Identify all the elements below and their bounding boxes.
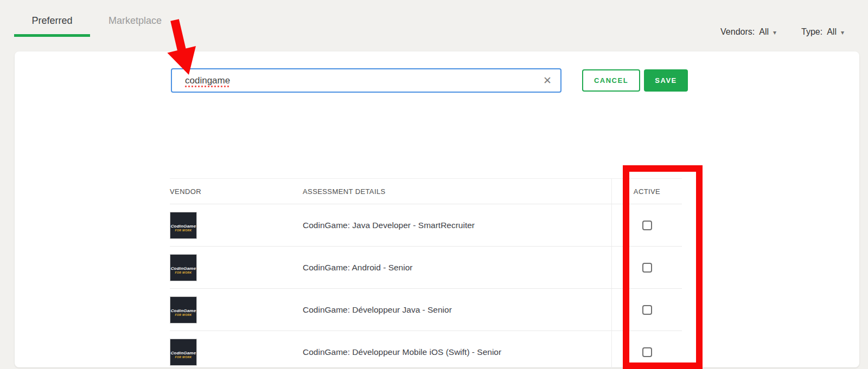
logo-text: CodinGame: [171, 224, 196, 229]
vendors-filter-value: All: [759, 27, 769, 37]
logo-subtext: FOR WORK: [175, 271, 192, 274]
filter-bar: Vendors: All ▾ Type: All ▾: [720, 27, 844, 37]
table-row: CodinGame FOR WORK CodinGame: Android - …: [170, 247, 682, 289]
clear-search-icon[interactable]: ✕: [543, 75, 552, 86]
type-filter-dropdown[interactable]: Type: All ▾: [801, 27, 844, 37]
codingame-logo: CodinGame FOR WORK: [170, 339, 197, 366]
active-checkbox[interactable]: [642, 263, 652, 273]
assessment-title: CodinGame: Android - Senior: [303, 263, 611, 273]
logo-subtext: FOR WORK: [175, 229, 192, 232]
type-filter-label: Type:: [801, 27, 822, 37]
assessment-title: CodinGame: Java Developer - SmartRecruit…: [303, 221, 611, 230]
codingame-logo: CodinGame FOR WORK: [170, 254, 197, 281]
assessment-title: CodinGame: Développeur Mobile iOS (Swift…: [303, 347, 611, 357]
assessments-table: VENDOR ASSESSMENT DETAILS ACTIVE CodinGa…: [170, 178, 682, 369]
table-row: CodinGame FOR WORK CodinGame: Développeu…: [170, 289, 682, 331]
codingame-logo: CodinGame FOR WORK: [170, 212, 197, 239]
type-filter-value: All: [827, 27, 837, 37]
active-checkbox[interactable]: [642, 305, 652, 315]
codingame-logo: CodinGame FOR WORK: [170, 296, 197, 323]
search-input[interactable]: codingame ✕: [171, 68, 561, 93]
chevron-down-icon: ▾: [841, 28, 844, 36]
active-checkbox[interactable]: [642, 347, 652, 357]
logo-text: CodinGame: [171, 308, 196, 313]
assessments-vendor-page: { "tabs": [ { "label": "Preferred", "act…: [0, 0, 868, 369]
active-checkbox[interactable]: [642, 221, 652, 230]
assessment-title: CodinGame: Développeur Java - Senior: [303, 305, 611, 315]
tab-bar: Preferred Marketplace: [14, 11, 165, 37]
vendors-filter-label: Vendors:: [720, 27, 755, 37]
table-row: CodinGame FOR WORK CodinGame: Développeu…: [170, 331, 682, 369]
save-button[interactable]: SAVE: [644, 69, 688, 92]
vendors-filter-dropdown[interactable]: Vendors: All ▾: [720, 27, 776, 37]
chevron-down-icon: ▾: [773, 28, 776, 36]
cancel-button[interactable]: CANCEL: [582, 69, 640, 92]
search-input-value: codingame: [185, 75, 543, 86]
table-row: CodinGame FOR WORK CodinGame: Java Devel…: [170, 204, 682, 247]
logo-text: CodinGame: [171, 266, 196, 271]
logo-subtext: FOR WORK: [175, 313, 192, 316]
column-header-active: ACTIVE: [611, 179, 682, 204]
table-header-row: VENDOR ASSESSMENT DETAILS ACTIVE: [170, 178, 682, 204]
logo-subtext: FOR WORK: [175, 355, 192, 359]
column-header-vendor: VENDOR: [170, 187, 303, 196]
column-header-assessment-details: ASSESSMENT DETAILS: [303, 187, 611, 196]
tab-preferred[interactable]: Preferred: [14, 11, 90, 37]
logo-text: CodinGame: [171, 351, 196, 355]
tab-marketplace[interactable]: Marketplace: [105, 11, 165, 37]
